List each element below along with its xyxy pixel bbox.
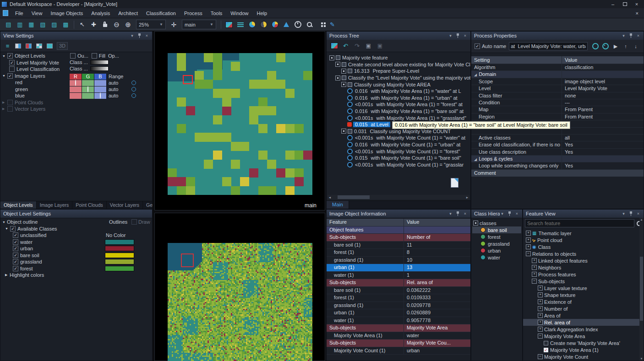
checkbox[interactable]: [70, 53, 76, 59]
export-results-icon[interactable]: ▧: [37, 20, 49, 30]
range-value[interactable]: auto: [107, 93, 130, 98]
channel-cell[interactable]: [70, 93, 82, 99]
restore-button[interactable]: [619, 1, 630, 8]
close-icon[interactable]: ×: [144, 33, 149, 38]
draw-checkbox[interactable]: [131, 219, 137, 225]
setting-row[interactable]: Scopeimage object level: [471, 78, 644, 85]
expander-icon[interactable]: [335, 75, 340, 81]
process-node[interactable]: 0.016with Majority Vote Area (1) = "bare…: [327, 108, 470, 115]
layer-mix-row[interactable]: auto: [70, 80, 151, 86]
checkbox[interactable]: [7, 100, 13, 105]
class-mix-row[interactable]: Class ...: [70, 65, 151, 72]
layer-mix-row[interactable]: auto: [70, 92, 151, 99]
feature-node[interactable]: +Rel. area of: [523, 319, 639, 326]
pin-icon[interactable]: [455, 33, 460, 38]
expanded-arrow-icon[interactable]: ▼: [5, 227, 10, 230]
class-checkbox[interactable]: ✓: [13, 259, 18, 264]
panel-menu-icon[interactable]: ▾: [621, 211, 626, 216]
table-row[interactable]: urban (1)13: [327, 264, 470, 272]
view-settings-node[interactable]: Level Classification: [0, 66, 69, 73]
close-icon[interactable]: ×: [514, 211, 519, 216]
magnifier-icon[interactable]: [304, 20, 315, 30]
class-checkbox[interactable]: ✓: [13, 239, 18, 245]
cursor-icon[interactable]: ↖: [76, 20, 88, 30]
channel-cell[interactable]: [94, 93, 107, 99]
checkbox[interactable]: ✓: [10, 226, 16, 232]
close-icon[interactable]: ×: [636, 211, 641, 216]
single-pane-icon[interactable]: [13, 41, 23, 50]
expander-icon[interactable]: [341, 69, 346, 74]
pixel-grid-icon[interactable]: [315, 20, 327, 30]
table-row[interactable]: grassland (1)10: [327, 257, 470, 264]
document-icon[interactable]: [3, 10, 8, 16]
process-node[interactable]: 0.016with Majority Vote Area (1) = "wate…: [327, 88, 470, 95]
table-row[interactable]: Sub-objectsMajority Vote Cou...: [327, 339, 470, 347]
collapsed-arrow-icon[interactable]: ▶: [2, 101, 7, 104]
column-header[interactable]: Feature: [327, 219, 404, 226]
expander-icon[interactable]: +: [526, 231, 531, 236]
channel-cell[interactable]: [70, 80, 82, 86]
show-classification-icon[interactable]: [235, 20, 246, 30]
copy-view-icon[interactable]: ▨: [49, 20, 60, 30]
move-down-icon[interactable]: ↓: [631, 42, 641, 51]
ruleset-documentation-icon[interactable]: [451, 178, 458, 188]
menu-tools[interactable]: Tools: [207, 8, 227, 18]
class-row[interactable]: ✓bare soil: [0, 252, 152, 259]
expander-icon[interactable]: [473, 221, 478, 226]
feature-node[interactable]: +Area of: [523, 312, 639, 319]
class-item[interactable]: water: [472, 254, 521, 261]
setting-group-row[interactable]: ◢Loops & cycles: [471, 156, 644, 162]
pp-settings-icon[interactable]: [592, 43, 599, 49]
table-row[interactable]: water (1)0.9057778: [327, 317, 470, 325]
move-up-icon[interactable]: ↑: [621, 42, 631, 51]
view-mode-2-icon[interactable]: [258, 20, 269, 30]
setting-row[interactable]: Use class descriptionYes: [471, 149, 644, 156]
process-node[interactable]: 0.016with Majority Vote Count (1) = "urb…: [327, 141, 470, 148]
class-checkbox[interactable]: ✓: [13, 253, 18, 258]
view-settings-node[interactable]: green: [0, 86, 69, 93]
pin-icon[interactable]: [628, 211, 633, 216]
move-down-icon[interactable]: ↓: [634, 43, 637, 49]
classes-root-node[interactable]: classes: [472, 220, 521, 226]
view-mode-3-icon[interactable]: [269, 20, 281, 30]
execute-icon[interactable]: ▶: [611, 42, 621, 51]
view-settings-node[interactable]: red: [0, 79, 69, 86]
tab-main[interactable]: Main: [327, 201, 349, 209]
object-outline-node[interactable]: ▼Object outlineOutlinesDraw: [0, 219, 152, 226]
classification-map-bottom[interactable]: [168, 243, 312, 361]
range-edit-icon[interactable]: [131, 87, 136, 92]
feature-node[interactable]: +Number of: [523, 305, 639, 312]
expanded-arrow-icon[interactable]: ▼: [2, 221, 7, 224]
column-header[interactable]: Value: [562, 56, 644, 64]
feature-node[interactable]: ✓Majority Vote Area (1): [523, 346, 639, 353]
process-node[interactable]: <0.001swith Majority Vote Count (1) = "w…: [327, 135, 470, 141]
highlight-colors-node[interactable]: ▶Highlight colors: [0, 272, 152, 279]
view-settings-node[interactable]: ▶Point Clouds: [0, 99, 69, 106]
close-icon[interactable]: ×: [463, 33, 468, 38]
open-workspace-icon[interactable]: ▤: [3, 20, 14, 30]
undo-icon[interactable]: ↶: [340, 41, 351, 51]
channel-cell[interactable]: [94, 80, 107, 86]
pan-icon[interactable]: ✚: [88, 20, 99, 30]
expander-icon[interactable]: +: [532, 265, 537, 270]
checkbox[interactable]: [92, 53, 97, 59]
feature-node[interactable]: Create new 'Majority Vote Area': [523, 339, 639, 346]
checkbox[interactable]: ✓: [7, 53, 13, 59]
menu-window[interactable]: Window: [226, 8, 252, 18]
annotate-icon[interactable]: ✎: [327, 20, 338, 30]
table-row[interactable]: water (1)1: [327, 272, 470, 280]
setting-row[interactable]: Loop while something changes onlyYes: [471, 162, 644, 169]
feature-node[interactable]: −Sub-objects: [523, 278, 639, 285]
setting-row[interactable]: Class filternone: [471, 92, 644, 99]
expander-icon[interactable]: +: [532, 258, 537, 263]
zoom-level-select[interactable]: 25%▼: [136, 20, 166, 29]
class-row[interactable]: ✓water: [0, 239, 152, 246]
presets-icon[interactable]: ≡: [2, 41, 13, 50]
class-color-swatch[interactable]: [105, 266, 134, 271]
collapsed-arrow-icon[interactable]: ▶: [5, 273, 10, 277]
search-input[interactable]: [525, 219, 634, 227]
view-mode-1-icon[interactable]: [246, 20, 258, 30]
expander-icon[interactable]: +: [538, 306, 543, 311]
setting-group-row[interactable]: ◢Domain: [471, 71, 644, 78]
channel-cell[interactable]: [82, 93, 94, 99]
